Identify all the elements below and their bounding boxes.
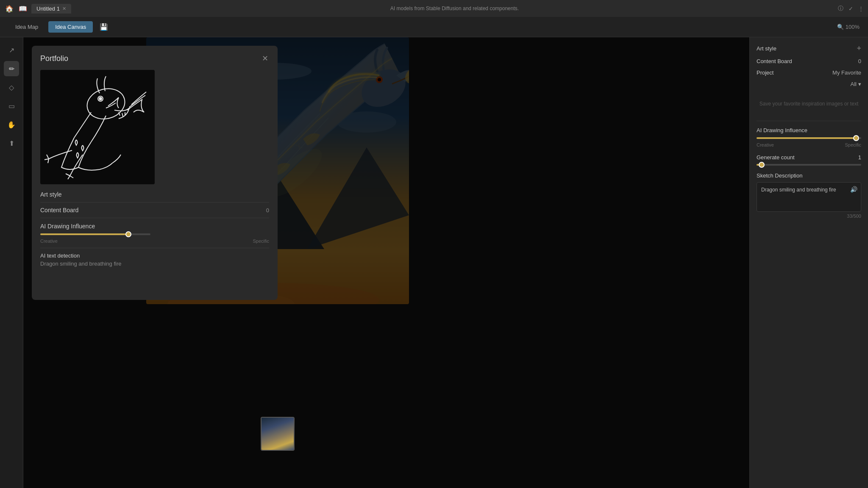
tab-idea-canvas[interactable]: Idea Canvas — [48, 21, 93, 33]
ai-influence-slider-track — [757, 137, 861, 139]
ai-influence-slider-fill — [757, 137, 856, 139]
portfolio-title: Portfolio — [40, 54, 269, 63]
portfolio-text-detection-label: AI text detection — [40, 252, 269, 259]
project-filter-dropdown[interactable]: All ▾ — [851, 81, 861, 87]
content-board-row: Content Board 0 — [757, 58, 861, 64]
content-board-label: Content Board — [757, 58, 792, 64]
home-icon[interactable]: 🏠 — [4, 3, 14, 14]
thumbnail-1[interactable] — [261, 417, 295, 451]
generate-count-slider-thumb[interactable] — [759, 162, 765, 168]
portfolio-influence-slider-container — [40, 233, 150, 235]
project-filter-value: All — [851, 81, 857, 87]
chevron-down-icon: ▾ — [858, 81, 861, 87]
creative-label: Creative — [757, 142, 774, 147]
shape-tool[interactable]: ▭ — [4, 98, 19, 114]
project-value: My Favorite — [832, 69, 861, 76]
portfolio-panel: Portfolio ✕ — [32, 46, 278, 300]
sketch-desc-tts-icon[interactable]: 🔊 — [850, 186, 857, 193]
tab-close-icon[interactable]: ✕ — [62, 6, 66, 11]
check-icon[interactable]: ✓ — [849, 6, 853, 12]
portfolio-ai-drawing-label: AI Drawing Influence — [40, 223, 95, 230]
portfolio-influence-section: AI Drawing Influence Creative Specific — [40, 222, 269, 244]
eraser-tool[interactable]: ◇ — [4, 80, 19, 95]
zoom-display: 🔍 100% — [837, 24, 860, 30]
sketch-description-section: Sketch Description Dragon smiling and br… — [757, 172, 861, 219]
portfolio-content-board-label: Content Board — [40, 207, 78, 214]
generate-count-row: Generate count 1 — [757, 154, 861, 161]
portfolio-divider-2 — [40, 218, 269, 218]
pen-tool[interactable]: ✏ — [4, 61, 19, 76]
more-icon[interactable]: ⋮ — [858, 6, 864, 12]
sketch-description-label: Sketch Description — [757, 172, 861, 179]
content-board-value: 0 — [858, 58, 861, 64]
ai-drawing-influence-label: AI Drawing Influence — [757, 127, 807, 133]
portfolio-art-style-row: Art style — [40, 191, 269, 198]
ai-drawing-influence-section: AI Drawing Influence Creative Specific — [757, 126, 861, 147]
portfolio-text-detection-value: Dragon smiling and breathing fire — [40, 261, 269, 267]
portfolio-text-detection-section: AI text detection Dragon smiling and bre… — [40, 252, 269, 267]
active-tab[interactable]: Untitled 1 ✕ — [31, 4, 71, 14]
zoom-level: 100% — [846, 24, 860, 30]
divider-1 — [757, 121, 861, 121]
left-sidebar: ↗ ✏ ◇ ▭ ✋ ⬆ — [0, 37, 23, 488]
generate-count-value: 1 — [858, 154, 861, 161]
portfolio-close-icon: ✕ — [262, 54, 268, 63]
sketch-description-text: Dragon smiling and breathing fire — [761, 187, 836, 193]
tab-idea-map[interactable]: Idea Map — [8, 21, 45, 33]
save-icon[interactable]: 💾 — [100, 23, 108, 31]
art-style-label: Art style — [757, 45, 776, 52]
portfolio-specific-label: Specific — [253, 238, 269, 244]
nav-right: 🔍 100% — [837, 24, 860, 30]
project-label: Project — [757, 69, 773, 76]
project-row: Project My Favorite — [757, 69, 861, 76]
generate-count-label: Generate count — [757, 154, 795, 161]
ai-influence-slider-thumb[interactable] — [853, 135, 859, 141]
portfolio-content-board-value: 0 — [266, 207, 269, 214]
tab-idea-map-label: Idea Map — [15, 24, 38, 30]
book-icon[interactable]: 📖 — [18, 3, 28, 14]
sketch-description-box[interactable]: Dragon smiling and breathing fire 🔊 — [757, 182, 861, 212]
ai-influence-slider-container — [757, 137, 861, 139]
title-bar: 🏠 📖 Untitled 1 ✕ AI models from Stable D… — [0, 0, 868, 17]
right-panel: Art style + Content Board 0 Project My F… — [749, 37, 868, 488]
thumbnail-strip — [261, 417, 295, 451]
title-bar-actions: ⓘ ✓ ⋮ — [838, 5, 864, 12]
portfolio-influence-slider-track — [40, 233, 150, 235]
portfolio-close-button[interactable]: ✕ — [259, 53, 271, 64]
art-style-add-icon[interactable]: + — [857, 44, 861, 53]
portfolio-slider-labels: Creative Specific — [40, 238, 269, 244]
portfolio-divider-3 — [40, 248, 269, 248]
tab-idea-canvas-label: Idea Canvas — [55, 24, 86, 30]
portfolio-creative-label: Creative — [40, 238, 58, 244]
select-tool[interactable]: ↗ — [4, 42, 19, 58]
generate-count-slider-track — [757, 164, 861, 166]
portfolio-divider-1 — [40, 202, 269, 202]
portfolio-content-board-row: Content Board 0 — [40, 207, 269, 214]
upload-tool[interactable]: ⬆ — [4, 136, 19, 151]
portfolio-influence-slider-thumb[interactable] — [125, 231, 131, 237]
help-icon[interactable]: ⓘ — [838, 5, 843, 12]
hand-tool[interactable]: ✋ — [4, 117, 19, 132]
title-bar-message: AI models from Stable Diffusion and rela… — [75, 6, 835, 11]
zoom-icon: 🔍 — [837, 24, 844, 30]
portfolio-modal-overlay: Portfolio ✕ — [23, 37, 749, 488]
nav-bar: Idea Map Idea Canvas 💾 🔍 100% — [0, 17, 868, 37]
sketch-preview — [40, 70, 155, 184]
tab-name: Untitled 1 — [36, 6, 60, 12]
generate-count-section: Generate count 1 — [757, 154, 861, 166]
svg-point-22 — [99, 97, 102, 100]
ai-influence-slider-labels: Creative Specific — [757, 142, 861, 147]
portfolio-art-style-label: Art style — [40, 191, 62, 198]
content-board-placeholder: Save your favorite inspiration images or… — [757, 100, 861, 108]
generate-count-slider-container — [757, 164, 861, 166]
sketch-desc-footer: 33/500 — [757, 214, 861, 219]
portfolio-influence-slider-fill — [40, 233, 128, 235]
sketch-description-count: 33/500 — [847, 214, 861, 219]
content-board-placeholder-text: Save your favorite inspiration images or… — [760, 101, 858, 107]
art-style-row: Art style + — [757, 44, 861, 53]
specific-label: Specific — [845, 142, 861, 147]
